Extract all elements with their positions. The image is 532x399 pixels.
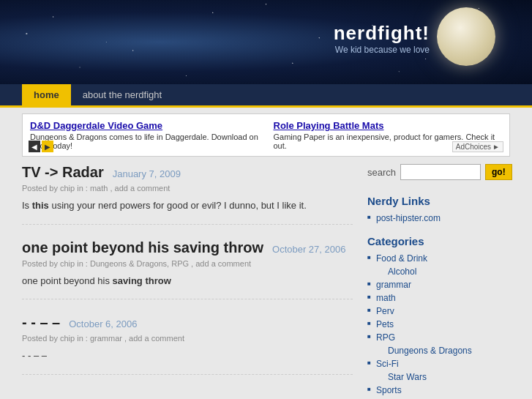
categories-title: Categories (367, 235, 510, 247)
nerdy-links-title: Nerdy Links (367, 195, 510, 207)
category-grammar[interactable]: grammar (367, 280, 510, 290)
post-1-title-area: TV -> Radar January 7, 2009 (22, 164, 353, 181)
nerdy-link-1[interactable]: post-hipster.com (367, 213, 510, 223)
ad-next-button[interactable]: ▶ (42, 141, 53, 152)
main-container: TV -> Radar January 7, 2009 Posted by ch… (0, 164, 532, 399)
category-perv[interactable]: Perv (367, 306, 510, 316)
category-sports[interactable]: Sports (367, 385, 510, 395)
ad-prev-button[interactable]: ◀ (29, 141, 40, 152)
post-2: one point beyond his saving throw Octobe… (22, 239, 353, 300)
ad-title-1[interactable]: D&D Daggerdale Video Game (30, 120, 259, 131)
category-dd[interactable]: Dungeons & Dragons (367, 346, 510, 356)
site-tagline: We kid because we love (334, 45, 430, 55)
nav-item-home[interactable]: home (22, 84, 71, 105)
ad-navigation: ◀ ▶ (29, 141, 53, 152)
post-1: TV -> Radar January 7, 2009 Posted by ch… (22, 164, 353, 225)
moon-graphic (437, 7, 495, 66)
post-1-title-link[interactable]: TV -> Radar (22, 164, 104, 181)
ad-choices-text: AdChoices (456, 143, 491, 151)
nerdy-links-section: Nerdy Links post-hipster.com (367, 195, 510, 223)
post-1-meta: Posted by chip in : math , add a comment (22, 184, 353, 193)
category-food[interactable]: Food & Drink (367, 253, 510, 264)
post-3-title-link[interactable]: - - – – (22, 314, 60, 331)
content-area: TV -> Radar January 7, 2009 Posted by ch… (22, 164, 367, 399)
post-3-date: October 6, 2006 (69, 318, 137, 329)
post-2-bold: saving throw (113, 275, 171, 286)
site-title-block: nerdfight! We kid because we love (334, 22, 430, 55)
ad-title-2[interactable]: Role Playing Battle Mats (274, 120, 503, 131)
post-3-body: - - – – (22, 348, 353, 363)
navigation: home about the nerdfight (0, 84, 532, 108)
ad-choices-area: AdChoices ► (452, 141, 503, 152)
category-math[interactable]: math (367, 293, 510, 303)
post-3-meta: Posted by chip in : grammar , add a comm… (22, 334, 353, 343)
category-pets[interactable]: Pets (367, 319, 510, 329)
nav-item-about[interactable]: about the nerdfight (71, 84, 173, 105)
post-3-title-area: - - – – October 6, 2006 (22, 314, 353, 331)
category-rpg[interactable]: RPG (367, 332, 510, 343)
category-scifi[interactable]: Sci-Fi (367, 359, 510, 369)
ad-text-1: Dungeons & Dragons comes to life in Dagg… (30, 133, 259, 150)
search-input[interactable] (400, 164, 481, 180)
site-name: nerdfight! (334, 22, 430, 45)
post-2-title-link[interactable]: one point beyond his saving throw (22, 239, 263, 256)
ad-choices-icon: ► (492, 143, 500, 151)
category-starwars[interactable]: Star Wars (367, 372, 510, 382)
post-3: - - – – October 6, 2006 Posted by chip i… (22, 314, 353, 375)
post-2-meta: Posted by chip in : Dungeons & Dragons, … (22, 259, 353, 268)
categories-section: Categories Food & Drink Alcohol grammar … (367, 235, 510, 399)
post-1-bold: this (32, 200, 49, 211)
post-2-body: one point beyond his saving throw (22, 274, 353, 288)
post-1-body: Is this using your nerd powers for good … (22, 198, 353, 213)
ad-choices-label[interactable]: AdChoices ► (452, 141, 503, 152)
post-2-title-area: one point beyond his saving throw Octobe… (22, 239, 353, 256)
ad-item-1: D&D Daggerdale Video Game Dungeons & Dra… (30, 120, 259, 150)
search-widget: search go! (367, 164, 510, 180)
site-header: nerdfight! We kid because we love (0, 0, 532, 84)
category-alcohol[interactable]: Alcohol (367, 266, 510, 277)
ad-banner: D&D Daggerdale Video Game Dungeons & Dra… (22, 113, 510, 157)
search-label: search (367, 167, 396, 178)
post-1-date: January 7, 2009 (113, 168, 181, 179)
sidebar: search go! Nerdy Links post-hipster.com … (367, 164, 510, 399)
post-2-date: October 27, 2006 (272, 244, 345, 255)
search-button[interactable]: go! (485, 164, 512, 180)
